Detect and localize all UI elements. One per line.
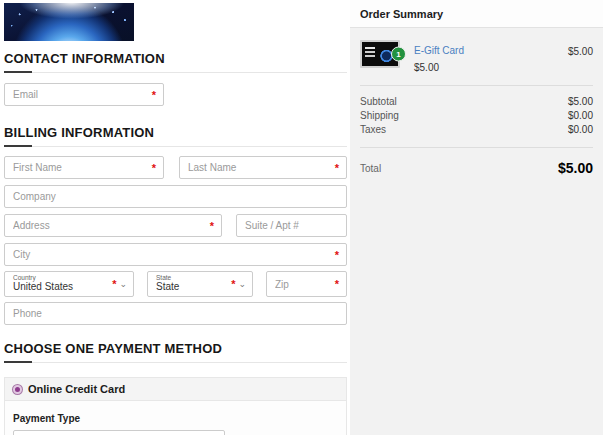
- state-select[interactable]: State State * ⌄: [147, 271, 253, 297]
- order-summary-header: Order Summary: [350, 0, 603, 28]
- gift-card-thumbnail: 1: [360, 40, 400, 68]
- summary-row-label: Taxes: [360, 124, 386, 135]
- summary-row-label: Subtotal: [360, 96, 397, 107]
- required-marker: *: [112, 279, 116, 290]
- required-marker: *: [335, 279, 339, 290]
- store-banner-image: [4, 3, 134, 41]
- payment-type-label: Payment Type: [13, 413, 338, 424]
- payment-method-body: Payment Type Select Card... ⌄ Card Numbe…: [5, 401, 346, 435]
- company-input[interactable]: [5, 186, 346, 207]
- cart-item-info: E-Gift Card $5.00: [414, 40, 568, 73]
- order-summary-title: Order Summary: [360, 8, 443, 20]
- first-name-input[interactable]: [5, 157, 163, 178]
- payment-method-label: Online Credit Card: [28, 383, 125, 395]
- quantity-badge: 1: [391, 47, 406, 62]
- state-value: State: [156, 281, 226, 292]
- country-label: Country: [13, 274, 107, 281]
- item-line-price: $5.00: [568, 46, 593, 57]
- item-unit-price: $5.00: [414, 62, 568, 73]
- online-credit-card-radio[interactable]: [13, 385, 22, 394]
- checkout-form-column: CONTACT INFORMATION * BILLING INFORMATIO…: [4, 0, 347, 435]
- required-marker: *: [152, 162, 156, 173]
- summary-row-shipping: Shipping $0.00: [360, 110, 593, 121]
- chevron-down-icon: ⌄: [119, 280, 127, 289]
- required-marker: *: [210, 220, 214, 231]
- zip-field: *: [266, 271, 347, 297]
- section-divider: [4, 72, 347, 74]
- checkout-page: CONTACT INFORMATION * BILLING INFORMATIO…: [0, 0, 605, 435]
- city-field: *: [4, 243, 347, 266]
- section-divider: [4, 146, 347, 148]
- country-select-marks: * ⌄: [112, 279, 127, 290]
- suite-field: [236, 214, 347, 237]
- total-row: Total $5.00: [360, 148, 593, 176]
- required-marker: *: [335, 162, 339, 173]
- name-row: * *: [4, 156, 347, 179]
- required-marker: *: [152, 89, 156, 100]
- phone-input[interactable]: [5, 303, 346, 324]
- country-state-zip-row: Country United States * ⌄ State State * …: [4, 271, 347, 297]
- item-name-link[interactable]: E-Gift Card: [414, 45, 464, 56]
- first-name-field: *: [4, 156, 164, 179]
- address-field: *: [4, 214, 222, 237]
- country-value: United States: [13, 281, 107, 292]
- payment-method-heading: CHOOSE ONE PAYMENT METHOD: [4, 341, 347, 356]
- phone-field: [4, 302, 347, 325]
- summary-rows: Subtotal $5.00 Shipping $0.00 Taxes $0.0…: [360, 86, 593, 135]
- order-summary-panel: Order Summary 1 E-Gift Card $5.00 $5.00 …: [350, 0, 603, 435]
- country-select[interactable]: Country United States * ⌄: [4, 271, 134, 297]
- payment-type-select[interactable]: Select Card... ⌄: [13, 430, 225, 435]
- payment-method-box: Online Credit Card Payment Type Select C…: [4, 377, 347, 435]
- last-name-field: *: [179, 156, 347, 179]
- last-name-input[interactable]: [180, 157, 346, 178]
- summary-row-subtotal: Subtotal $5.00: [360, 96, 593, 107]
- billing-information-heading: BILLING INFORMATION: [4, 125, 347, 140]
- suite-input[interactable]: [237, 215, 346, 236]
- total-value: $5.00: [558, 160, 593, 176]
- total-label: Total: [360, 163, 381, 174]
- company-field: [4, 185, 347, 208]
- city-input[interactable]: [5, 244, 346, 265]
- contact-information-heading: CONTACT INFORMATION: [4, 51, 347, 66]
- payment-method-option[interactable]: Online Credit Card: [5, 378, 346, 401]
- section-divider: [4, 362, 347, 364]
- chevron-down-icon: ⌄: [238, 280, 246, 289]
- summary-row-value: $0.00: [568, 110, 593, 121]
- summary-row-value: $5.00: [568, 96, 593, 107]
- order-summary-body: 1 E-Gift Card $5.00 $5.00 Subtotal $5.00…: [350, 28, 603, 176]
- address-row: *: [4, 214, 347, 237]
- cart-item-row: 1 E-Gift Card $5.00 $5.00: [360, 40, 593, 73]
- summary-row-label: Shipping: [360, 110, 399, 121]
- required-marker: *: [231, 279, 235, 290]
- summary-row-value: $0.00: [568, 124, 593, 135]
- email-input[interactable]: [5, 84, 163, 105]
- summary-row-taxes: Taxes $0.00: [360, 124, 593, 135]
- address-input[interactable]: [5, 215, 221, 236]
- required-marker: *: [335, 249, 339, 260]
- state-label: State: [156, 274, 226, 281]
- email-field: *: [4, 83, 164, 106]
- state-select-marks: * ⌄: [231, 279, 246, 290]
